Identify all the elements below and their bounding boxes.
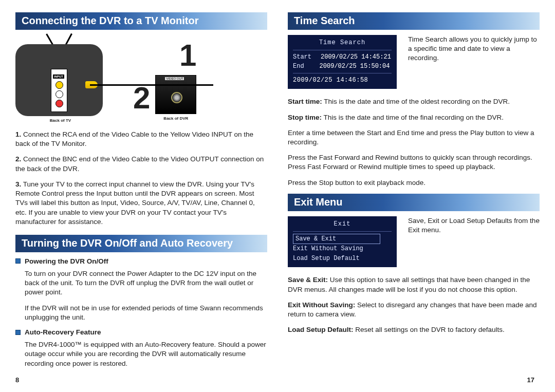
time-search-intro: Time Search allows you to quickly jump t… [408,35,540,89]
exit-option-selected: Save & Exit [293,234,380,245]
rca-yellow-icon [55,81,63,89]
bullet-icon [15,258,21,264]
menu-title: Time Search [293,38,392,48]
start-time-desc: Start time: This is the date and time of… [288,97,540,106]
menu-title: Exit [293,219,392,229]
exit-option: Exit Without Saving [293,244,392,254]
page-number-right: 17 [527,376,534,384]
time-search-screenshot: Time Search Start2009/02/25 14:45:21 End… [288,35,397,89]
powering-p2: If the DVR will not be in use for extend… [25,304,267,322]
load-default-desc: Load Setup Default: Reset all settings o… [288,325,540,334]
heading-exit-menu: Exit Menu [288,194,540,211]
powering-subheading: Powering the DVR On/Off [15,257,267,265]
powering-p1: To turn on your DVR connect the Power Ad… [25,269,267,297]
exit-menu-screenshot: Exit Save & Exit Exit Without Saving Loa… [288,216,397,267]
exit-without-saving-desc: Exit Without Saving: Select to disregard… [288,301,540,319]
step-3: 3. Tune your TV to the correct input cha… [15,180,267,227]
back-of-dvr-caption: Back of DVR [155,116,196,121]
input-label: INPUT [53,74,64,79]
heading-onoff: Turning the DVR On/Off and Auto Recovery [15,235,267,252]
exit-option: Load Setup Default [293,254,392,264]
step-2: 2. Connect the BNC end of the Video Cabl… [15,155,267,173]
connection-diagram: INPUT Back of TV 1 2 VIDEO OUT [15,35,267,123]
heading-time-search: Time Search [288,12,540,30]
dvr-illustration: VIDEO OUT Back of DVR [155,75,196,121]
time-search-p4: Press the Fast Forward and Rewind button… [288,153,540,172]
page-number-left: 8 [15,376,19,384]
step-1: 1. Connect the RCA end of the Video Cabl… [15,130,267,148]
rca-white-icon [55,90,63,98]
video-out-label: VIDEO OUT [165,77,184,80]
time-search-p5: Press the Stop button to exit playback m… [288,178,540,188]
rca-red-icon [55,100,63,107]
stop-time-desc: Stop time: This is the date and time of … [288,113,540,122]
right-page: Time Search Time Search Start2009/02/25 … [288,12,540,375]
autorecovery-p1: The DVR4-1000™ is equipped with an Auto-… [25,340,267,368]
bullet-icon [15,330,21,335]
bnc-connector-icon [171,92,182,103]
exit-intro: Save, Exit or Load Setup Defaults from t… [408,216,540,267]
back-of-tv-caption: Back of TV [15,118,105,123]
save-exit-desc: Save & Exit: Use this option to save all… [288,275,540,294]
step-number-1: 1 [179,38,196,73]
left-page: Connecting the DVR to a TV Monitor INPUT… [15,12,267,375]
time-cursor: 2009/02/25 14:46:58 [293,76,392,85]
tv-illustration: INPUT Back of TV [15,35,105,123]
autorecovery-subheading: Auto-Recovery Feature [15,328,267,336]
heading-connecting: Connecting the DVR to a TV Monitor [15,12,267,30]
time-search-p3: Enter a time between the Start and End t… [288,128,540,147]
video-cable-icon [90,84,213,86]
